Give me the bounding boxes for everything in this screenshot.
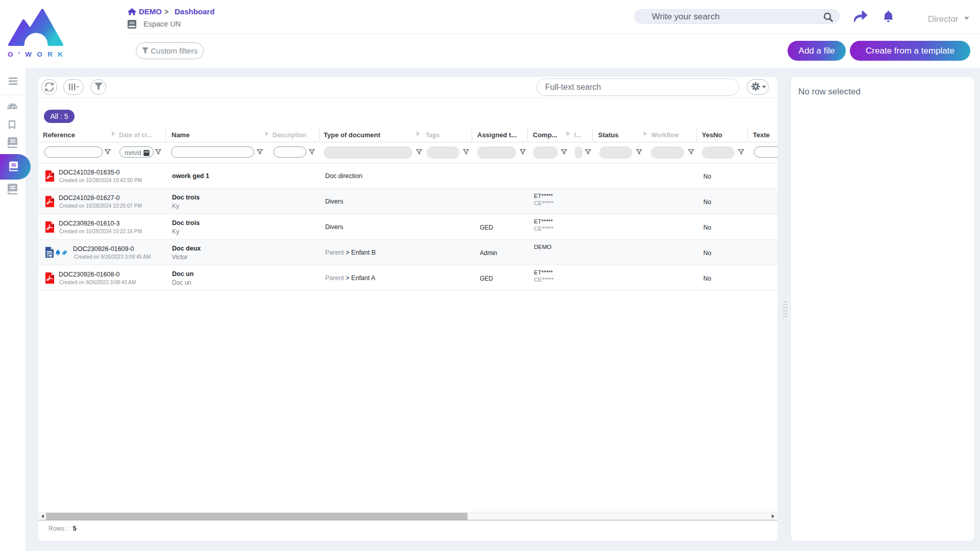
- svg-text:O'WORK: O'WORK: [8, 51, 68, 58]
